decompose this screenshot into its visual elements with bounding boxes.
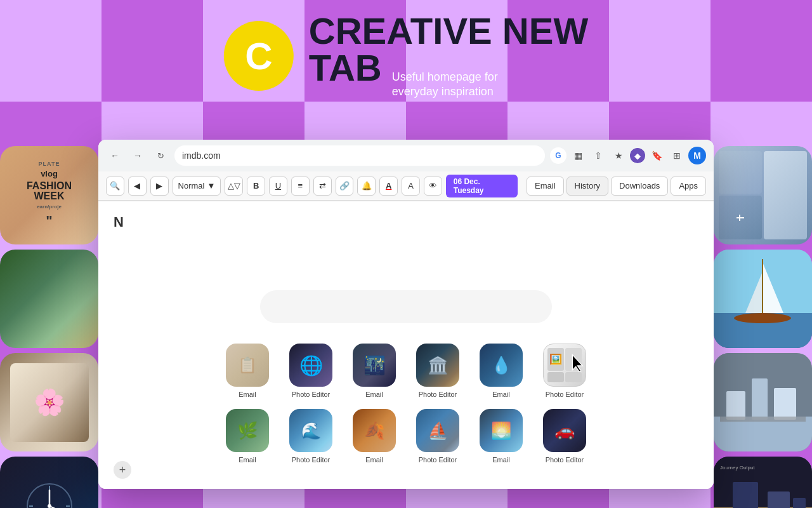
photo-icon-5-inner: ⛵ bbox=[416, 409, 459, 452]
app-item-email-3[interactable]: 💧 Email bbox=[476, 344, 527, 399]
email-nav-button[interactable]: Email bbox=[527, 177, 564, 196]
search-bar-container bbox=[260, 290, 552, 323]
note-button[interactable]: 🔔 bbox=[357, 177, 376, 196]
app-label-photo-2: Photo Editor bbox=[419, 391, 457, 399]
bookmark-icon-button[interactable]: 🔖 bbox=[648, 147, 665, 164]
list-unordered-button[interactable]: ≡ bbox=[291, 177, 310, 196]
app-item-email-5[interactable]: 🍂 Email bbox=[349, 409, 400, 464]
app-item-email-6[interactable]: 🌅 Email bbox=[476, 409, 527, 464]
photo-collage-image bbox=[714, 146, 812, 244]
toolbar-nav-buttons: Email History Downloads Apps bbox=[527, 177, 706, 196]
photo-icon-4-inner: 🌊 bbox=[289, 409, 332, 452]
star-icon-button[interactable]: ★ bbox=[610, 147, 627, 164]
prev-toolbar-button[interactable]: ◀ bbox=[128, 177, 147, 196]
title-line2-row: TAB Useful homepage for everyday inspira… bbox=[309, 50, 588, 100]
app-item-photo-1[interactable]: 🌐 Photo Editor bbox=[285, 344, 336, 399]
photo-icon-active: 🖼️ bbox=[543, 344, 586, 387]
text-format-button[interactable]: A bbox=[402, 177, 420, 196]
photo-icon-1-inner: 🌐 bbox=[289, 344, 332, 387]
profile-button[interactable]: M bbox=[688, 147, 706, 164]
bold-button[interactable]: B bbox=[247, 177, 265, 196]
address-input[interactable] bbox=[174, 145, 545, 166]
clock-image bbox=[0, 457, 98, 508]
app-label-photo-1: Photo Editor bbox=[292, 391, 331, 399]
address-bar-row: ← → ↻ G ▦ ⇧ ★ ◆ 🔖 ⊞ M bbox=[98, 140, 714, 171]
next-toolbar-button[interactable]: ▶ bbox=[150, 177, 169, 196]
title-line1: CREATIVE NEW bbox=[309, 13, 588, 50]
google-icon-button[interactable]: G bbox=[550, 147, 566, 164]
bg-cell bbox=[710, 0, 812, 102]
landscape-image bbox=[0, 250, 98, 348]
side-images-left: PLATE vlog FASHIONWEEK earn/proje " 🌸 bbox=[0, 146, 98, 508]
app-label-photo-5: Photo Editor bbox=[419, 456, 457, 464]
photo-icon-4: 🌊 bbox=[289, 409, 332, 452]
aerial-image bbox=[714, 353, 812, 451]
svg-rect-23 bbox=[768, 491, 790, 508]
bg-cell bbox=[0, 0, 102, 102]
header-subtitle: Useful homepage for everyday inspiration bbox=[392, 70, 498, 100]
underline-button[interactable]: U bbox=[269, 177, 287, 196]
fashion-image: PLATE vlog FASHIONWEEK earn/proje " bbox=[0, 146, 98, 244]
browser-window: ← → ↻ G ▦ ⇧ ★ ◆ 🔖 ⊞ M 🔍 ◀ ▶ Normal ▼ bbox=[98, 140, 714, 489]
bg-cell bbox=[609, 0, 710, 102]
email-icon-5-inner: 🍂 bbox=[353, 409, 396, 452]
text-style-button[interactable]: Normal ▼ bbox=[173, 177, 221, 196]
browser-icons: G ▦ ⇧ ★ ◆ 🔖 ⊞ M bbox=[550, 147, 706, 164]
photo-icon-6: 🚗 bbox=[543, 409, 586, 452]
content-letter: N bbox=[114, 214, 124, 231]
list-ordered-button[interactable]: ⇄ bbox=[313, 177, 332, 196]
email-icon-4: 🌿 bbox=[226, 409, 269, 452]
svg-rect-19 bbox=[720, 417, 806, 422]
share-icon-button[interactable]: ⇧ bbox=[589, 147, 607, 164]
email-icon-6: 🌅 bbox=[480, 409, 523, 452]
text-size-button[interactable]: △▽ bbox=[225, 177, 243, 196]
app-item-email-2[interactable]: 🌃 Email bbox=[349, 344, 400, 399]
svg-rect-17 bbox=[752, 378, 768, 420]
refresh-button[interactable]: ↻ bbox=[152, 147, 169, 164]
extension-icon-button[interactable]: ◆ bbox=[630, 148, 645, 163]
link-button[interactable]: 🔗 bbox=[336, 177, 354, 196]
search-input[interactable] bbox=[260, 290, 552, 323]
app-item-photo-2[interactable]: 🏛️ Photo Editor bbox=[412, 344, 463, 399]
svg-line-3 bbox=[49, 506, 61, 509]
apps-nav-button[interactable]: Apps bbox=[671, 177, 706, 196]
font-color-button[interactable]: A bbox=[379, 177, 398, 196]
app-label-photo-6: Photo Editor bbox=[546, 456, 584, 464]
content-area: N 📋 Email 🌐 Photo Editor 🌃 bbox=[98, 201, 714, 489]
app-item-email-1[interactable]: 📋 Email bbox=[222, 344, 273, 399]
logo-circle: C bbox=[224, 21, 294, 91]
svg-rect-18 bbox=[774, 388, 796, 420]
header: C CREATIVE NEW TAB Useful homepage for e… bbox=[224, 13, 588, 100]
app-item-photo-6[interactable]: 🚗 Photo Editor bbox=[539, 409, 590, 464]
svg-point-13 bbox=[734, 313, 791, 323]
app-item-photo-4[interactable]: 🌊 Photo Editor bbox=[285, 409, 336, 464]
sailboat-image bbox=[714, 250, 812, 348]
back-button[interactable]: ← bbox=[106, 147, 124, 164]
add-button[interactable]: + bbox=[114, 461, 131, 479]
photo-icon-2-inner: 🏛️ bbox=[416, 344, 459, 387]
toolbar-row: 🔍 ◀ ▶ Normal ▼ △▽ B U ≡ ⇄ 🔗 🔔 A A 👁 06 D… bbox=[98, 171, 714, 201]
app-label-email-1: Email bbox=[239, 391, 256, 399]
downloads-nav-button[interactable]: Downloads bbox=[611, 177, 668, 196]
svg-rect-24 bbox=[793, 498, 806, 508]
forward-button[interactable]: → bbox=[129, 147, 147, 164]
app-item-photo-active[interactable]: 🖼️ Photo Editor bbox=[539, 344, 590, 399]
app-item-photo-5[interactable]: ⛵ Photo Editor bbox=[412, 409, 463, 464]
svg-text:Journey Output: Journey Output bbox=[720, 465, 755, 471]
side-images-right: Journey Output bbox=[714, 146, 812, 508]
grid-icon-button[interactable]: ⊞ bbox=[668, 147, 686, 164]
email-icon-3-inner: 💧 bbox=[480, 344, 523, 387]
app-label-photo-active: Photo Editor bbox=[546, 391, 584, 399]
title-line2: TAB bbox=[309, 50, 382, 86]
photo-icon-2: 🏛️ bbox=[416, 344, 459, 387]
search-toolbar-button[interactable]: 🔍 bbox=[106, 177, 124, 196]
app-item-email-4[interactable]: 🌿 Email bbox=[222, 409, 273, 464]
email-icon-4-inner: 🌿 bbox=[226, 409, 269, 452]
history-nav-button[interactable]: History bbox=[566, 177, 608, 196]
screenshot-icon-button[interactable]: ▦ bbox=[569, 147, 587, 164]
app-grid: 📋 Email 🌐 Photo Editor 🌃 Email 🏛️ bbox=[222, 344, 590, 464]
photo-icon-6-inner: 🚗 bbox=[543, 409, 586, 452]
eye-button[interactable]: 👁 bbox=[424, 177, 442, 196]
email-icon-6-inner: 🌅 bbox=[480, 409, 523, 452]
photo-icon-5: ⛵ bbox=[416, 409, 459, 452]
